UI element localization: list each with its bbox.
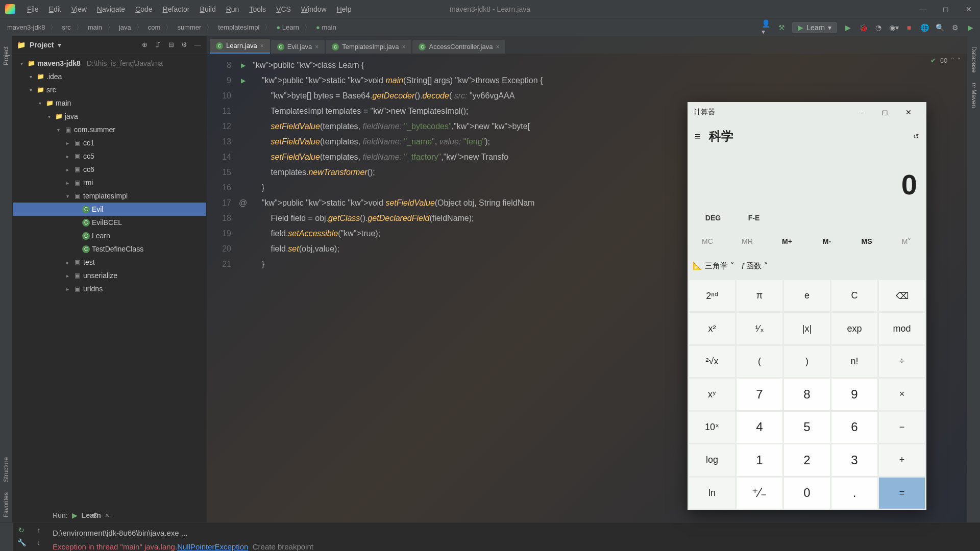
- breadcrumb-item[interactable]: src: [60, 22, 72, 32]
- calc-mem-button[interactable]: MC: [688, 237, 727, 245]
- wrench-icon[interactable]: 🔧: [17, 538, 26, 546]
- tree-item[interactable]: ▸ ▣ urldns: [13, 282, 206, 295]
- calc-key[interactable]: log: [689, 444, 735, 475]
- tree-item[interactable]: ▸ ▣ rmi: [13, 176, 206, 189]
- calc-key[interactable]: ²√x: [689, 346, 735, 377]
- calc-key[interactable]: ln: [689, 478, 735, 509]
- tree-item[interactable]: ▸ ▣ unserialize: [13, 269, 206, 282]
- menu-tools[interactable]: Tools: [245, 3, 270, 15]
- menu-help[interactable]: Help: [333, 3, 356, 15]
- tree-root[interactable]: ▾📁 maven3-jdk8 D:\this_is_feng\Java\ma: [13, 57, 206, 70]
- run-config-selector[interactable]: ▶Learn▾: [792, 22, 837, 33]
- tree-item[interactable]: ▸ ▣ cc6: [13, 163, 206, 176]
- up-arrow-icon[interactable]: ˆ: [951, 57, 953, 64]
- calc-deg-button[interactable]: DEG: [693, 214, 733, 222]
- calc-maximize-button[interactable]: ◻: [873, 102, 897, 122]
- menu-navigate[interactable]: Navigate: [93, 3, 129, 15]
- calc-key[interactable]: 2: [784, 444, 830, 475]
- tree-item[interactable]: ▾ ▣ com.summer: [13, 123, 206, 136]
- tree-item[interactable]: C EvilBCEL: [13, 216, 206, 229]
- calc-key[interactable]: mod: [879, 313, 925, 344]
- calc-key[interactable]: 1: [737, 444, 782, 475]
- editor-tab[interactable]: CAccessController.java ×: [412, 40, 505, 54]
- calc-mem-button[interactable]: MS: [847, 237, 887, 245]
- breadcrumb-item[interactable]: ● main: [314, 22, 338, 32]
- calc-key[interactable]: ÷: [879, 346, 925, 377]
- calc-key[interactable]: x²: [689, 313, 735, 344]
- inspection-widget[interactable]: ✔ 60 ˆ ˇ: [930, 57, 960, 64]
- breadcrumb-item[interactable]: templatesImpl: [216, 22, 261, 32]
- run-gutter-icon[interactable]: ▶: [241, 62, 246, 69]
- trig-dropdown[interactable]: 📐 三角学 ˅: [693, 261, 734, 271]
- menu-code[interactable]: Code: [131, 3, 156, 15]
- close-tab-icon[interactable]: ×: [315, 43, 318, 51]
- tree-item[interactable]: ▾ 📁 src: [13, 83, 206, 96]
- calc-key[interactable]: exp: [831, 313, 877, 344]
- tree-item[interactable]: ▸ ▣ cc5: [13, 149, 206, 163]
- menu-file[interactable]: File: [23, 3, 43, 15]
- calc-key[interactable]: 7: [737, 379, 782, 410]
- tree-item[interactable]: ▸ ▣ cc1: [13, 136, 206, 149]
- calc-key[interactable]: ×: [879, 379, 925, 410]
- calc-key[interactable]: 3: [831, 444, 877, 475]
- calc-key[interactable]: C: [831, 280, 877, 311]
- menu-window[interactable]: Window: [297, 3, 331, 15]
- calc-key[interactable]: (: [737, 346, 782, 377]
- calc-key[interactable]: 5: [784, 412, 830, 443]
- hide-icon[interactable]: —: [104, 511, 111, 519]
- gear-icon[interactable]: ⚙: [180, 40, 189, 49]
- calc-key[interactable]: 4: [737, 412, 782, 443]
- tree-item[interactable]: C Evil: [13, 203, 206, 216]
- play-icon[interactable]: ▶: [966, 23, 975, 32]
- maximize-button[interactable]: ◻: [934, 0, 957, 18]
- breadcrumb-item[interactable]: main: [86, 22, 104, 32]
- minimize-button[interactable]: —: [911, 0, 934, 18]
- calc-mem-button[interactable]: M-: [807, 237, 847, 245]
- search-icon[interactable]: 🔍: [935, 23, 944, 32]
- build-hammer-icon[interactable]: ⚒: [777, 23, 786, 32]
- breadcrumb-item[interactable]: ● Learn: [274, 22, 301, 32]
- profile-icon[interactable]: ◉▾: [889, 23, 898, 32]
- tree-item[interactable]: ▾ 📁 .idea: [13, 70, 206, 83]
- calc-key[interactable]: ⁺⁄₋: [737, 478, 782, 509]
- calc-key[interactable]: +: [879, 444, 925, 475]
- calc-key[interactable]: ): [784, 346, 830, 377]
- calc-mem-button[interactable]: MR: [727, 237, 767, 245]
- calc-key[interactable]: 8: [784, 379, 830, 410]
- tree-item[interactable]: ▾ 📁 java: [13, 110, 206, 123]
- history-icon[interactable]: ↺: [913, 132, 919, 140]
- run-icon[interactable]: ▶: [843, 23, 852, 32]
- tree-item[interactable]: C TestDefineClass: [13, 242, 206, 256]
- calc-key[interactable]: 6: [831, 412, 877, 443]
- menu-run[interactable]: Run: [222, 3, 243, 15]
- console-output[interactable]: D:\environment\jdk-8u66\bin\java.exe ...…: [47, 523, 980, 551]
- breadcrumb-item[interactable]: java: [117, 22, 133, 32]
- favorites-tool-button[interactable]: Favorites: [3, 492, 10, 517]
- close-tab-icon[interactable]: ×: [496, 43, 499, 51]
- editor-tab[interactable]: CLearn.java ×: [210, 39, 270, 54]
- up-icon[interactable]: ↑: [37, 526, 41, 534]
- rerun-icon[interactable]: ↻: [18, 526, 24, 534]
- user-icon[interactable]: 👤▾: [762, 23, 771, 32]
- tree-item[interactable]: ▾ 📁 main: [13, 96, 206, 110]
- calc-key[interactable]: −: [879, 412, 925, 443]
- calc-key[interactable]: 2ⁿᵈ: [689, 280, 735, 311]
- close-tab-icon[interactable]: ×: [402, 43, 405, 51]
- tree-item[interactable]: ▾ ▣ templatesImpl: [13, 189, 206, 203]
- breadcrumb-item[interactable]: com: [146, 22, 163, 32]
- close-button[interactable]: ✕: [957, 0, 980, 18]
- translate-icon[interactable]: 🌐: [920, 23, 929, 32]
- project-tool-button[interactable]: Project: [3, 46, 10, 65]
- breadcrumb-item[interactable]: maven3-jdk8: [5, 22, 47, 32]
- calc-key[interactable]: .: [831, 478, 877, 509]
- structure-tool-button[interactable]: Structure: [3, 457, 10, 482]
- editor-tab[interactable]: CEvil.java ×: [271, 40, 325, 54]
- stop-icon[interactable]: ■: [904, 23, 914, 32]
- breadcrumb-item[interactable]: summer: [175, 22, 203, 32]
- expand-icon[interactable]: ⇵: [153, 40, 162, 49]
- calc-key[interactable]: e: [784, 280, 830, 311]
- calc-key[interactable]: =: [879, 478, 925, 509]
- calc-key[interactable]: |x|: [784, 313, 830, 344]
- calc-minimize-button[interactable]: —: [850, 102, 873, 122]
- calc-key[interactable]: π: [737, 280, 782, 311]
